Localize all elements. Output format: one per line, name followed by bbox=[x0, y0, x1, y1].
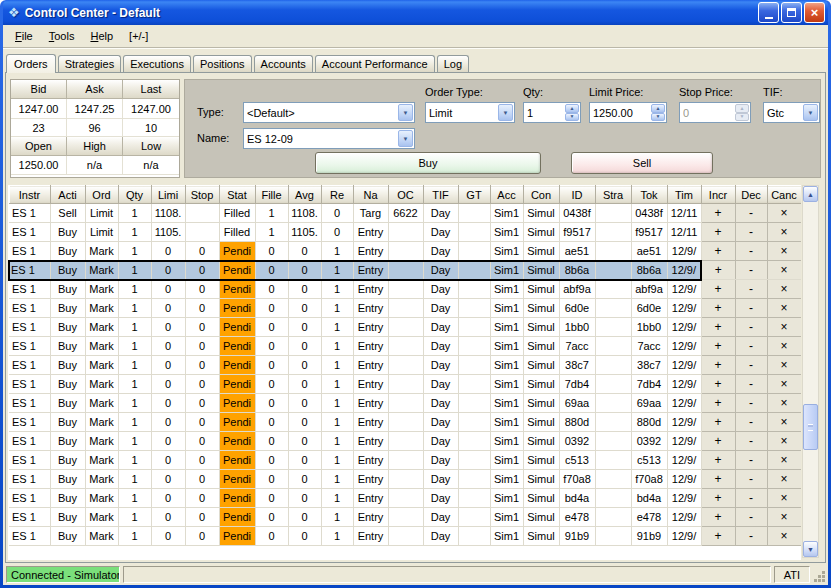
column-header-incr[interactable]: Incr bbox=[701, 186, 735, 204]
increment-button[interactable]: + bbox=[701, 432, 735, 451]
increment-button[interactable]: + bbox=[701, 375, 735, 394]
menu-tools[interactable]: Tools bbox=[41, 27, 83, 45]
cancel-button[interactable]: × bbox=[767, 261, 801, 280]
decrement-button[interactable]: - bbox=[735, 375, 767, 394]
increment-button[interactable]: + bbox=[701, 242, 735, 261]
decrement-button[interactable]: - bbox=[735, 223, 767, 242]
order-row[interactable]: ES 1BuyMark100Pendi001EntryDaySim1Simul7… bbox=[9, 337, 801, 356]
increment-button[interactable]: + bbox=[701, 527, 735, 546]
vertical-scrollbar[interactable]: ▲ ▼ bbox=[802, 185, 819, 558]
order-row[interactable]: ES 1BuyMark100Pendi001EntryDaySim1Simulb… bbox=[9, 489, 801, 508]
decrement-button[interactable]: - bbox=[735, 470, 767, 489]
order-row[interactable]: ES 1BuyMark100Pendi001EntryDaySim1Simulf… bbox=[9, 470, 801, 489]
buy-button[interactable]: Buy bbox=[315, 152, 541, 174]
decrement-button[interactable]: - bbox=[735, 280, 767, 299]
column-header-con[interactable]: Con bbox=[523, 186, 559, 204]
scroll-down-icon[interactable]: ▼ bbox=[803, 541, 818, 557]
decrement-button[interactable]: - bbox=[735, 413, 767, 432]
cancel-button[interactable]: × bbox=[767, 204, 801, 223]
order-row[interactable]: ES 1SellLimit11108.Filled11108.0Targ6622… bbox=[9, 204, 801, 223]
increment-button[interactable]: + bbox=[701, 394, 735, 413]
menu-expand-collapse[interactable]: [+/-] bbox=[121, 27, 156, 45]
order-row[interactable]: ES 1BuyMark100Pendi001EntryDaySim1Simul6… bbox=[9, 394, 801, 413]
order-row[interactable]: ES 1BuyMark100Pendi001EntryDaySim1Simul9… bbox=[9, 527, 801, 546]
order-row[interactable]: ES 1BuyMark100Pendi001EntryDaySim1Simul6… bbox=[9, 299, 801, 318]
increment-button[interactable]: + bbox=[701, 489, 735, 508]
column-header-instr[interactable]: Instr bbox=[9, 186, 50, 204]
tab-orders[interactable]: Orders bbox=[6, 54, 56, 73]
column-header-oc[interactable]: OC bbox=[388, 186, 423, 204]
cancel-button[interactable]: × bbox=[767, 508, 801, 527]
column-header-fille[interactable]: Fille bbox=[255, 186, 288, 204]
column-header-tif[interactable]: TIF bbox=[423, 186, 458, 204]
cancel-button[interactable]: × bbox=[767, 318, 801, 337]
qty-stepper[interactable]: 1 ▲ ▼ bbox=[523, 102, 581, 123]
qty-down-icon[interactable]: ▼ bbox=[565, 113, 579, 122]
order-row[interactable]: ES 1BuyMark100Pendi001EntryDaySim1Simula… bbox=[9, 242, 801, 261]
cancel-button[interactable]: × bbox=[767, 470, 801, 489]
increment-button[interactable]: + bbox=[701, 299, 735, 318]
cancel-button[interactable]: × bbox=[767, 223, 801, 242]
increment-button[interactable]: + bbox=[701, 204, 735, 223]
scroll-thumb[interactable] bbox=[803, 404, 818, 450]
decrement-button[interactable]: - bbox=[735, 242, 767, 261]
cancel-button[interactable]: × bbox=[767, 299, 801, 318]
increment-button[interactable]: + bbox=[701, 337, 735, 356]
increment-button[interactable]: + bbox=[701, 470, 735, 489]
menu-file[interactable]: File bbox=[7, 27, 41, 45]
column-header-limi[interactable]: Limi bbox=[151, 186, 185, 204]
tab-positions[interactable]: Positions bbox=[193, 55, 252, 72]
increment-button[interactable]: + bbox=[701, 413, 735, 432]
order-row[interactable]: ES 1BuyMark100Pendi001EntryDaySim1Simul0… bbox=[9, 432, 801, 451]
order-row[interactable]: ES 1BuyMark100Pendi001EntryDaySim1Simul7… bbox=[9, 375, 801, 394]
cancel-button[interactable]: × bbox=[767, 394, 801, 413]
order-row[interactable]: ES 1BuyMark100Pendi001EntryDaySim1Simulc… bbox=[9, 451, 801, 470]
decrement-button[interactable]: - bbox=[735, 451, 767, 470]
decrement-button[interactable]: - bbox=[735, 394, 767, 413]
tab-account-performance[interactable]: Account Performance bbox=[315, 55, 435, 72]
increment-button[interactable]: + bbox=[701, 318, 735, 337]
column-header-acc[interactable]: Acc bbox=[490, 186, 523, 204]
chevron-down-icon[interactable]: ▼ bbox=[803, 104, 818, 121]
cancel-button[interactable]: × bbox=[767, 242, 801, 261]
qty-up-icon[interactable]: ▲ bbox=[565, 104, 579, 113]
column-header-ord[interactable]: Ord bbox=[85, 186, 118, 204]
tab-log[interactable]: Log bbox=[437, 55, 469, 72]
cancel-button[interactable]: × bbox=[767, 413, 801, 432]
maximize-button[interactable] bbox=[781, 2, 802, 23]
increment-button[interactable]: + bbox=[701, 261, 735, 280]
column-header-id[interactable]: ID bbox=[559, 186, 595, 204]
tab-accounts[interactable]: Accounts bbox=[254, 55, 313, 72]
limit-down-icon[interactable]: ▼ bbox=[651, 113, 665, 122]
limit-up-icon[interactable]: ▲ bbox=[651, 104, 665, 113]
column-header-dec[interactable]: Dec bbox=[735, 186, 767, 204]
column-header-canc[interactable]: Canc bbox=[767, 186, 801, 204]
tab-strategies[interactable]: Strategies bbox=[58, 55, 122, 72]
cancel-button[interactable]: × bbox=[767, 280, 801, 299]
decrement-button[interactable]: - bbox=[735, 508, 767, 527]
column-header-avg[interactable]: Avg bbox=[288, 186, 321, 204]
order-row[interactable]: ES 1BuyMark100Pendi001EntryDaySim1Simul1… bbox=[9, 318, 801, 337]
sell-button[interactable]: Sell bbox=[571, 152, 713, 174]
order-type-select[interactable]: Limit ▼ bbox=[425, 102, 515, 123]
decrement-button[interactable]: - bbox=[735, 318, 767, 337]
order-row[interactable]: ES 1BuyMark100Pendi001EntryDaySim1Simule… bbox=[9, 508, 801, 527]
decrement-button[interactable]: - bbox=[735, 299, 767, 318]
column-header-gt[interactable]: GT bbox=[458, 186, 490, 204]
cancel-button[interactable]: × bbox=[767, 451, 801, 470]
close-button[interactable]: × bbox=[804, 2, 825, 23]
instrument-name-select[interactable]: ES 12-09 ▼ bbox=[243, 128, 415, 149]
column-header-tok[interactable]: Tok bbox=[631, 186, 667, 204]
column-header-acti[interactable]: Acti bbox=[50, 186, 85, 204]
decrement-button[interactable]: - bbox=[735, 261, 767, 280]
cancel-button[interactable]: × bbox=[767, 337, 801, 356]
decrement-button[interactable]: - bbox=[735, 527, 767, 546]
cancel-button[interactable]: × bbox=[767, 375, 801, 394]
cancel-button[interactable]: × bbox=[767, 527, 801, 546]
tif-select[interactable]: Gtc ▼ bbox=[763, 102, 820, 123]
chevron-down-icon[interactable]: ▼ bbox=[398, 104, 413, 121]
increment-button[interactable]: + bbox=[701, 280, 735, 299]
chevron-down-icon[interactable]: ▼ bbox=[498, 104, 513, 121]
column-header-stra[interactable]: Stra bbox=[595, 186, 631, 204]
chevron-down-icon[interactable]: ▼ bbox=[398, 130, 413, 147]
